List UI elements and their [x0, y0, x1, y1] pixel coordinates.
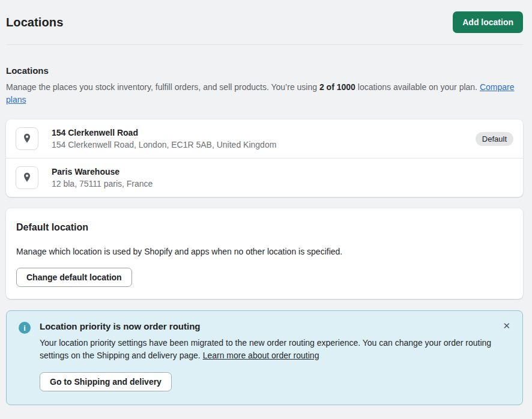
- default-badge: Default: [476, 132, 513, 146]
- locations-list-card: 154 Clerkenwell Road 154 Clerkenwell Roa…: [6, 119, 523, 197]
- location-pin-icon: [16, 166, 38, 189]
- default-location-description: Manage which location is used by Shopify…: [16, 247, 513, 256]
- location-row-paris[interactable]: Paris Warehouse 12 bla, 75111 paris, Fra…: [6, 158, 523, 197]
- page-title: Locations: [6, 16, 63, 29]
- section-description: Manage the places you stock inventory, f…: [6, 81, 523, 106]
- location-pin-icon: [16, 127, 38, 150]
- location-name: Paris Warehouse: [52, 167, 153, 176]
- location-name: 154 Clerkenwell Road: [52, 128, 276, 137]
- description-text-1: Manage the places you stock inventory, f…: [6, 82, 319, 92]
- add-location-button[interactable]: Add location: [453, 11, 523, 33]
- close-icon[interactable]: ✕: [500, 319, 513, 333]
- info-icon: i: [19, 322, 31, 334]
- locations-settings-page: Locations Add location Locations Manage …: [0, 0, 532, 405]
- location-text: 154 Clerkenwell Road 154 Clerkenwell Roa…: [52, 128, 276, 149]
- locations-intro-section: Locations Manage the places you stock in…: [6, 65, 523, 106]
- location-text: Paris Warehouse 12 bla, 75111 paris, Fra…: [52, 167, 153, 188]
- banner-content: Location priority is now order routing Y…: [40, 321, 502, 391]
- default-location-card: Default location Manage which location i…: [6, 208, 523, 299]
- change-default-location-button[interactable]: Change default location: [16, 268, 132, 287]
- page-header: Locations Add location: [6, 0, 523, 45]
- section-heading: Locations: [6, 65, 523, 76]
- usage-count: 2 of 1000: [319, 82, 355, 92]
- location-row-clerkenwell[interactable]: 154 Clerkenwell Road 154 Clerkenwell Roa…: [6, 119, 523, 158]
- banner-body: Your location priority settings have bee…: [40, 337, 502, 362]
- banner-title: Location priority is now order routing: [40, 321, 502, 331]
- learn-more-link[interactable]: Learn more about order routing: [203, 351, 319, 360]
- default-location-heading: Default location: [16, 222, 513, 233]
- order-routing-info-banner: i Location priority is now order routing…: [6, 310, 523, 405]
- description-text-2: locations available on your plan.: [355, 82, 480, 92]
- go-to-shipping-button[interactable]: Go to Shipping and delivery: [40, 372, 172, 391]
- location-address: 154 Clerkenwell Road, London, EC1R 5AB, …: [52, 140, 276, 149]
- location-address: 12 bla, 75111 paris, France: [52, 179, 153, 188]
